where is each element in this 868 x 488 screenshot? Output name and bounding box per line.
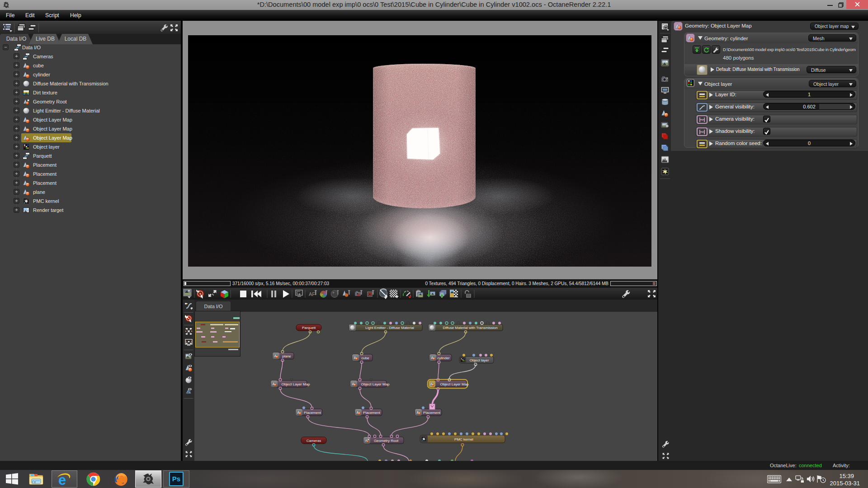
svg-text:Geometry Root: Geometry Root [374,439,399,443]
svg-text:Light Emitter - Diffuse Materi: Light Emitter - Diffuse Material [365,326,414,330]
svg-text:Object Layer Map: Object Layer Map [440,382,469,386]
svg-text:AF: AF [309,291,315,297]
svg-text:Object Layer Map: Object Layer Map [361,382,390,386]
svg-text:Diffuse Material with Transmis: Diffuse Material with Transmission [443,326,497,330]
svg-text:cube: cube [361,356,369,360]
svg-text:cylinder: cylinder [437,356,450,360]
svg-text:plane: plane [282,354,291,358]
svg-text:PMC kernel: PMC kernel [454,437,473,441]
svg-text:Placement: Placement [363,411,381,415]
svg-text:Object Layer Map: Object Layer Map [281,382,310,386]
svg-text:Placement: Placement [304,411,321,415]
svg-text:Cameras: Cameras [307,439,321,443]
svg-text:Placement: Placement [423,411,441,415]
svg-text:Parquett: Parquett [302,326,316,330]
svg-text:Object layer: Object layer [470,358,489,362]
